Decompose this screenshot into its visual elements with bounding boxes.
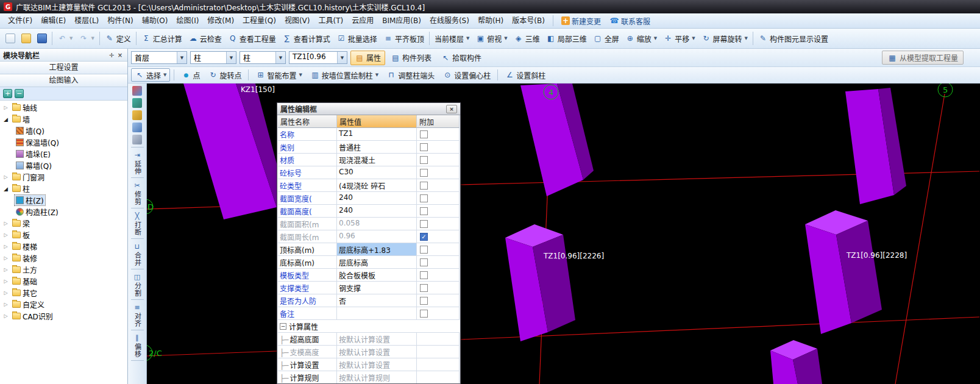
chevron-down-icon[interactable]: ▼ [177,52,186,63]
menu-item[interactable]: 视图(V) [280,15,314,27]
menu-item[interactable]: 楼层(L) [70,15,103,27]
mirror-icon[interactable] [132,110,142,120]
expand-all-button[interactable]: + [3,89,12,98]
tree-item[interactable]: ▷装修 [0,252,127,264]
floor-select[interactable]: 首层 ▼ [131,51,187,64]
tree-item[interactable]: ▷CAD识别 [0,310,127,322]
collapse-arrow-icon[interactable]: ◢ [2,116,9,123]
property-value[interactable]: 钢支撑 [337,282,417,294]
save-button[interactable] [34,30,50,46]
menu-item[interactable]: 编辑(E) [37,15,70,27]
property-value[interactable]: 层底标高 [337,256,417,269]
tree-item[interactable]: 幕墙(Q) [0,160,127,171]
strip-tool[interactable]: ◫分割 [132,272,142,297]
strip-tool[interactable]: ✂修剪 [132,180,142,205]
tab-draw-input[interactable]: 绘图输入 [0,74,127,87]
collapse-expander-icon[interactable]: − [280,323,286,330]
menu-item[interactable]: 工程量(Q) [238,15,280,27]
property-value[interactable]: 0.96 [337,230,417,243]
expand-arrow-icon[interactable]: ▷ [2,302,9,307]
attach-checkbox[interactable] [420,271,428,279]
brush-icon[interactable] [132,86,142,96]
new-change-link[interactable]: +新建变更 [557,16,605,26]
menu-item[interactable]: 绘图(I) [172,15,203,27]
tree-item[interactable]: 柱(Z) [0,194,127,206]
expand-arrow-icon[interactable]: ▷ [2,221,9,226]
tree-item[interactable]: ▷其它 [0,287,127,299]
tree-item[interactable]: 墙(Q) [0,125,127,137]
strip-tool[interactable]: ╳打断 [132,211,142,236]
expand-arrow-icon[interactable]: ▷ [2,105,9,110]
expand-arrow-icon[interactable]: ▷ [2,232,9,238]
cloud-check-button[interactable]: ☁云检查 [185,30,225,46]
menu-item[interactable]: 辅助(O) [138,15,172,27]
attach-checkbox[interactable] [420,310,428,318]
attach-checkbox[interactable] [420,182,428,190]
view-quantity-button[interactable]: Q查看工程量 [225,30,279,46]
component-list-button[interactable]: ▤构件列表 [387,51,435,65]
element-display-settings-button[interactable]: ✎构件图元显示设置 [755,30,831,46]
attach-checkbox[interactable] [420,207,428,215]
attach-checkbox[interactable] [420,143,428,151]
expand-arrow-icon[interactable]: ▷ [2,174,9,180]
partial-three-d-button[interactable]: ◧局部三维 [543,30,590,46]
chevron-down-icon[interactable]: ▼ [337,52,347,63]
pick-component-button[interactable]: ↖拾取构件 [437,51,485,65]
tree-item[interactable]: ▷基础 [0,276,127,287]
tree-item[interactable]: ▷土方 [0,264,127,276]
point-button[interactable]: ●点 [178,68,203,82]
property-value[interactable]: 否 [337,294,417,307]
pan-button[interactable]: ✛平移▼ [660,30,698,46]
expand-arrow-icon[interactable]: ▷ [2,244,9,249]
menu-item[interactable]: BIM应用(B) [378,15,425,27]
smart-layout-button[interactable]: ⊞智能布置▼ [252,68,305,82]
property-value[interactable]: 按默认计算设置 [337,346,417,358]
tree-item[interactable]: ▷轴线 [0,102,127,113]
property-value[interactable]: 按默认计算设置 [337,358,417,371]
menu-item[interactable]: 版本号(B) [508,15,549,27]
tree-item[interactable]: ▷自定义 [0,299,127,310]
align-slab-top-button[interactable]: ≡平齐板顶 [380,30,427,46]
new-file-button[interactable] [2,30,18,46]
menu-item[interactable]: 云应用 [347,15,378,27]
close-icon[interactable]: × [116,51,124,59]
attach-checkbox[interactable] [420,297,428,305]
property-value[interactable]: 胶合板模板 [337,269,417,282]
property-value[interactable]: 现浇混凝土 [337,154,417,166]
property-value[interactable]: TZ1 [337,128,417,141]
three-d-button[interactable]: ◈三维 [511,30,543,46]
dialog-title-bar[interactable]: 属性编辑框 × [277,103,460,115]
fullscreen-button[interactable]: ▢全屏 [590,30,622,46]
attach-checkbox[interactable] [420,156,428,164]
tree-item[interactable]: ▷门窗洞 [0,171,127,183]
type-select[interactable]: 柱 ▼ [240,51,286,64]
expand-arrow-icon[interactable]: ▷ [2,267,9,272]
menu-item[interactable]: 文件(F) [4,15,37,27]
expand-arrow-icon[interactable]: ▷ [2,255,9,261]
chevron-down-icon[interactable]: ▼ [275,52,285,63]
property-value[interactable]: C30 [337,166,417,179]
menu-item[interactable]: 在线服务(S) [425,15,474,27]
redo-button[interactable]: ↷▼ [76,30,97,46]
property-value[interactable]: 普通柱 [337,141,417,154]
summary-calc-button[interactable]: Σ汇总计算 [138,30,185,46]
menu-item[interactable]: 工具(T) [314,15,347,27]
property-value[interactable] [337,307,417,320]
tree-item[interactable]: ▷板 [0,229,127,241]
tree-item[interactable]: ◢墙 [0,113,127,125]
collapse-all-button[interactable]: − [15,89,24,98]
eccentric-column-button[interactable]: ⊙设置偏心柱 [439,68,494,82]
menu-item[interactable]: 帮助(H) [474,15,508,27]
tree-item[interactable]: ▷楼梯 [0,241,127,252]
view-formula-button[interactable]: ∑查看计算式 [279,30,333,46]
draw-column-by-wall-button[interactable]: ▥按墙位置绘制柱▼ [307,68,382,82]
adjust-column-end-button[interactable]: ⊓调整柱端头 [383,68,438,82]
undo-button[interactable]: ↶▼ [54,30,76,46]
tab-project-settings[interactable]: 工程设置 [0,62,127,74]
rotate-icon[interactable] [132,135,142,144]
property-value[interactable]: 240 [337,205,417,218]
category-select[interactable]: 柱 ▼ [190,51,236,64]
attach-checkbox[interactable] [420,246,428,254]
expand-arrow-icon[interactable]: ▷ [2,290,9,296]
tree-item[interactable]: ▷梁 [0,218,127,229]
